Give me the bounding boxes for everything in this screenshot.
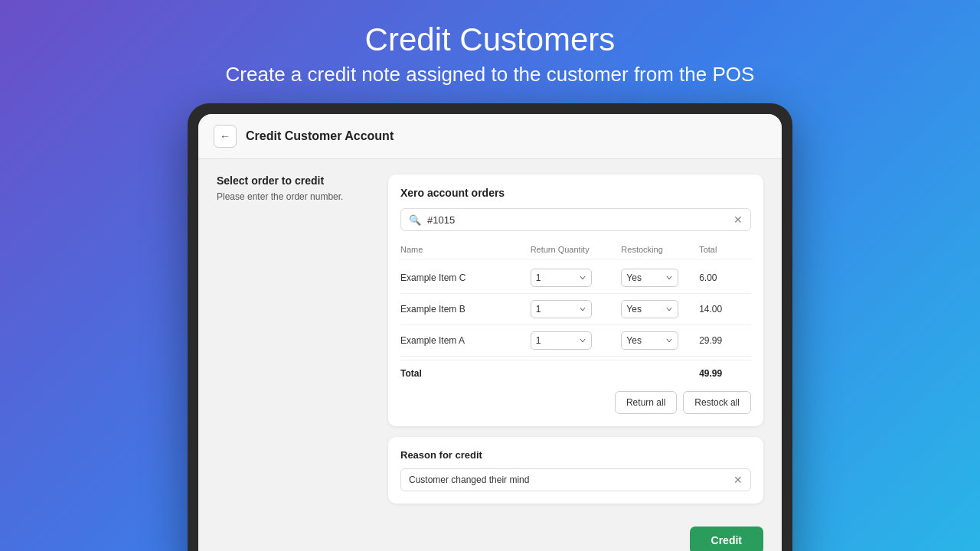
- page-title: Credit Customer Account: [246, 129, 394, 143]
- item-name-c: Example Item C: [400, 272, 531, 283]
- search-input[interactable]: [427, 214, 727, 226]
- reason-input-wrap: ✕: [400, 468, 751, 491]
- page-subheading: Create a credit note assigned to the cus…: [226, 63, 755, 86]
- restock-select-b[interactable]: YesNo: [621, 300, 678, 318]
- col-name: Name: [400, 245, 531, 254]
- col-return-qty: Return Quantity: [531, 245, 622, 254]
- qty-select-c[interactable]: 123: [531, 269, 592, 287]
- right-panel: Xero account orders 🔍 ✕ Name Return Quan…: [388, 174, 763, 504]
- item-total-c: 6.00: [699, 272, 751, 283]
- total-amount: 49.99: [699, 368, 751, 379]
- restock-select-c[interactable]: YesNo: [621, 269, 678, 287]
- orders-card-title: Xero account orders: [400, 187, 751, 199]
- left-panel-desc: Please enter the order number.: [217, 191, 370, 202]
- search-bar: 🔍 ✕: [400, 208, 751, 231]
- top-bar: ← Credit Customer Account: [198, 114, 782, 159]
- table-row: Example Item B 123 YesNo 14.00: [400, 294, 751, 325]
- back-button[interactable]: ←: [214, 125, 237, 148]
- item-name-a: Example Item A: [400, 335, 531, 346]
- left-panel: Select order to credit Please enter the …: [217, 174, 370, 504]
- reason-card: Reason for credit ✕: [388, 437, 763, 504]
- search-icon: 🔍: [409, 214, 421, 226]
- restock-all-button[interactable]: Restock all: [683, 391, 751, 414]
- item-name-b: Example Item B: [400, 304, 531, 315]
- restock-select-a[interactable]: YesNo: [621, 331, 678, 350]
- qty-select-b[interactable]: 123: [531, 300, 592, 318]
- tablet-screen: ← Credit Customer Account Select order t…: [198, 114, 782, 551]
- col-restocking: Restocking: [621, 245, 699, 254]
- col-total: Total: [699, 245, 751, 254]
- item-total-a: 29.99: [699, 335, 751, 346]
- item-total-b: 14.00: [699, 304, 751, 315]
- total-row: Total 49.99: [400, 360, 751, 383]
- footer-bar: Credit: [198, 519, 782, 551]
- clear-reason-icon[interactable]: ✕: [733, 474, 743, 486]
- reason-label: Reason for credit: [400, 449, 751, 461]
- table-header: Name Return Quantity Restocking Total: [400, 242, 751, 259]
- table-row: Example Item A 123 YesNo 29.99: [400, 325, 751, 357]
- left-panel-title: Select order to credit: [217, 174, 370, 187]
- tablet-frame: ← Credit Customer Account Select order t…: [188, 103, 792, 551]
- table-row: Example Item C 123 YesNo 6.00: [400, 262, 751, 294]
- qty-select-a[interactable]: 123: [531, 331, 592, 350]
- return-all-button[interactable]: Return all: [615, 391, 677, 414]
- reason-input[interactable]: [409, 474, 733, 485]
- clear-search-icon[interactable]: ✕: [733, 214, 743, 226]
- page-heading: Credit Customers: [365, 21, 616, 58]
- content-area: Select order to credit Please enter the …: [198, 159, 782, 519]
- orders-card: Xero account orders 🔍 ✕ Name Return Quan…: [388, 174, 763, 426]
- total-label: Total: [400, 368, 531, 379]
- credit-button[interactable]: Credit: [690, 527, 763, 551]
- action-row: Return all Restock all: [400, 391, 751, 414]
